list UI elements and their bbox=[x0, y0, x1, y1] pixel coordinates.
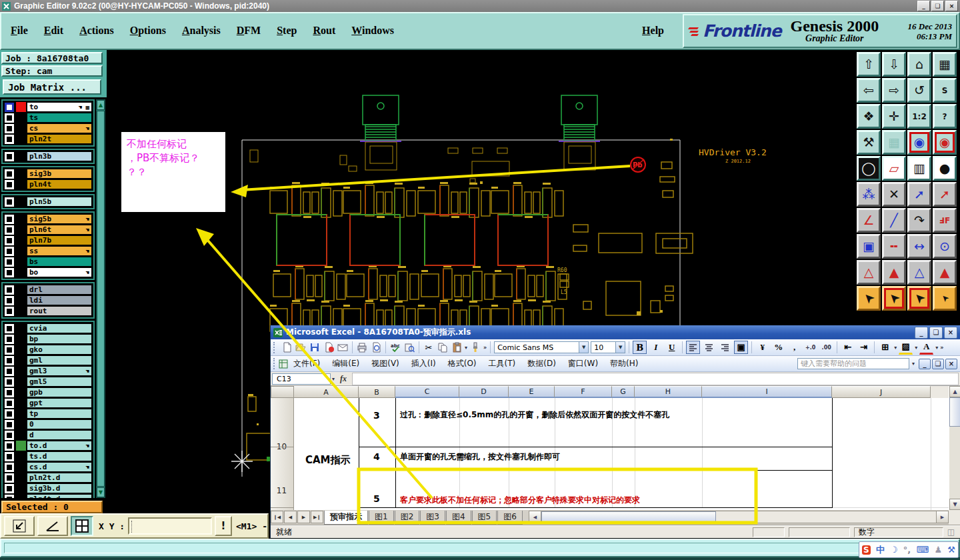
toolbar-button[interactable]: ▦ bbox=[882, 130, 906, 155]
toolbar-button[interactable]: ⇨ bbox=[882, 78, 906, 103]
mail-icon[interactable] bbox=[337, 341, 349, 353]
menu-help[interactable]: Help bbox=[642, 25, 664, 37]
toolbar-button[interactable]: ↷ bbox=[907, 208, 931, 233]
layer-checkbox[interactable] bbox=[5, 377, 14, 387]
layer-row[interactable]: bo☚ bbox=[4, 267, 92, 277]
layer-checkbox[interactable] bbox=[5, 463, 14, 472]
layer-checkbox[interactable] bbox=[5, 335, 14, 344]
ime-icon[interactable]: ⚒ bbox=[947, 545, 955, 555]
cell-row5-text[interactable]: 客户要求此板不加任何标记；忽略部分客户特殊要求中对标记的要求 bbox=[400, 495, 640, 506]
layer-row[interactable]: ts bbox=[4, 113, 92, 123]
layer-color-swatch[interactable] bbox=[16, 151, 26, 161]
column-header[interactable]: H bbox=[635, 386, 702, 398]
layer-color-swatch[interactable] bbox=[16, 113, 26, 123]
spelling-icon[interactable]: abc bbox=[389, 341, 401, 353]
copy-icon[interactable] bbox=[437, 341, 449, 353]
borders-icon[interactable]: ⊞ bbox=[878, 341, 892, 354]
row-header[interactable]: 11 bbox=[271, 486, 293, 495]
layer-color-swatch[interactable] bbox=[16, 323, 26, 333]
layer-color-swatch[interactable] bbox=[16, 257, 26, 267]
resize-grip-icon[interactable]: ◫ bbox=[947, 527, 955, 537]
layer-checkbox[interactable] bbox=[5, 388, 14, 397]
layer-row[interactable]: pln4t bbox=[4, 179, 92, 189]
layer-row[interactable]: bp bbox=[4, 334, 92, 344]
layer-checkbox[interactable] bbox=[5, 473, 14, 483]
toolbar-button[interactable]: ▲ bbox=[933, 260, 957, 285]
layer-row[interactable]: gpb bbox=[4, 387, 92, 397]
layer-checkbox[interactable] bbox=[5, 356, 14, 365]
layer-row[interactable]: 0 bbox=[4, 419, 92, 429]
layer-row[interactable]: cvia bbox=[4, 323, 92, 333]
toolbar-button[interactable]: ⊙ bbox=[933, 234, 957, 259]
column-header[interactable]: I bbox=[702, 386, 832, 398]
toolbar-button[interactable]: ⚒ bbox=[857, 130, 881, 155]
increase-indent-icon[interactable]: ⇥ bbox=[857, 341, 871, 354]
layer-color-swatch[interactable] bbox=[16, 419, 26, 429]
layer-color-swatch[interactable] bbox=[16, 494, 26, 498]
toolbar-button[interactable]: △ bbox=[857, 260, 881, 285]
toolbar-button[interactable]: ↔ bbox=[907, 234, 931, 259]
toolbar-button[interactable]: ✕ bbox=[882, 182, 906, 207]
layer-row[interactable]: tp bbox=[4, 409, 92, 419]
toolbar-button[interactable]: ● bbox=[933, 156, 957, 181]
layer-row[interactable]: d bbox=[4, 430, 92, 440]
toolbar-button[interactable]: ▲ bbox=[882, 260, 906, 285]
layer-row[interactable]: gml3☚ bbox=[4, 366, 92, 376]
layer-row[interactable]: pln5b bbox=[4, 197, 92, 207]
ime-icon[interactable]: S bbox=[862, 545, 871, 555]
align-left-icon[interactable] bbox=[686, 341, 700, 354]
column-header[interactable]: F bbox=[555, 386, 612, 398]
ime-icon[interactable]: ☽ bbox=[890, 545, 898, 555]
layer-color-swatch[interactable] bbox=[16, 179, 26, 189]
toolbar-button[interactable]: ◉ bbox=[933, 130, 957, 155]
layer-row[interactable]: gko bbox=[4, 345, 92, 355]
horizontal-scrollbar[interactable]: ◀ ▶ bbox=[529, 511, 949, 523]
toolbar-button[interactable]: 1:2 bbox=[907, 104, 931, 129]
layer-checkbox[interactable] bbox=[5, 268, 14, 277]
column-header[interactable]: C bbox=[395, 386, 459, 398]
column-header[interactable]: D bbox=[459, 386, 509, 398]
toolbar-button[interactable]: ⇧ bbox=[857, 52, 881, 77]
first-sheet-icon[interactable]: ❙◀ bbox=[271, 511, 283, 523]
layer-color-swatch[interactable] bbox=[16, 409, 26, 419]
layer-row[interactable]: gpt bbox=[4, 398, 92, 408]
layer-checkbox[interactable] bbox=[5, 399, 14, 408]
layer-row[interactable]: cs.d☚ bbox=[4, 462, 92, 472]
toolbar-button[interactable]: ➤ bbox=[882, 286, 906, 311]
toolbar-button[interactable]: ◉ bbox=[907, 130, 931, 155]
sheet-tab[interactable]: 图5 bbox=[472, 511, 497, 525]
minimize-button[interactable]: _ bbox=[917, 1, 930, 11]
menu-item[interactable]: Analysis bbox=[182, 25, 221, 37]
excel-menu-item[interactable]: 数据(D) bbox=[527, 358, 556, 369]
ime-icon[interactable]: ♟ bbox=[934, 545, 942, 555]
layer-checkbox[interactable] bbox=[5, 452, 14, 461]
layer-checkbox[interactable] bbox=[5, 169, 14, 179]
new-icon[interactable] bbox=[281, 341, 293, 353]
toolbar-button[interactable]: ➚ bbox=[933, 182, 957, 207]
excel-close-button[interactable]: × bbox=[944, 327, 957, 339]
preview-icon[interactable] bbox=[370, 341, 382, 353]
layer-checkbox[interactable] bbox=[5, 257, 14, 267]
toolbar-button[interactable]: ◯ bbox=[857, 156, 881, 181]
layer-color-swatch[interactable] bbox=[16, 462, 26, 472]
permission-icon[interactable] bbox=[323, 341, 335, 353]
book-restore-button[interactable]: ❏ bbox=[932, 359, 944, 369]
next-sheet-icon[interactable]: ▶ bbox=[297, 511, 310, 523]
layer-row[interactable]: sig5b☚ bbox=[4, 214, 92, 224]
paste-dropdown-icon[interactable]: ▾ bbox=[465, 345, 467, 351]
layer-row[interactable]: bs bbox=[4, 257, 92, 267]
menu-item[interactable]: Step bbox=[277, 25, 297, 37]
layer-color-swatch[interactable] bbox=[16, 102, 26, 112]
vertical-scrollbar[interactable]: ▲ ▼ bbox=[949, 386, 960, 510]
format-painter-icon[interactable] bbox=[469, 341, 481, 353]
layer-row[interactable]: drl bbox=[4, 285, 92, 295]
layer-checkbox[interactable] bbox=[5, 285, 14, 295]
toolbar-options-icon[interactable]: » bbox=[483, 345, 487, 351]
excel-menu-item[interactable]: 帮助(H) bbox=[610, 358, 638, 369]
open-icon[interactable] bbox=[295, 341, 307, 353]
layer-color-swatch[interactable] bbox=[16, 398, 26, 408]
bold-button[interactable]: B bbox=[633, 341, 647, 354]
excel-menu-item[interactable]: 文件(F) bbox=[293, 358, 320, 369]
toolbar-button[interactable]: ℲF bbox=[933, 208, 957, 233]
scroll-down-icon[interactable]: ▼ bbox=[97, 487, 105, 497]
